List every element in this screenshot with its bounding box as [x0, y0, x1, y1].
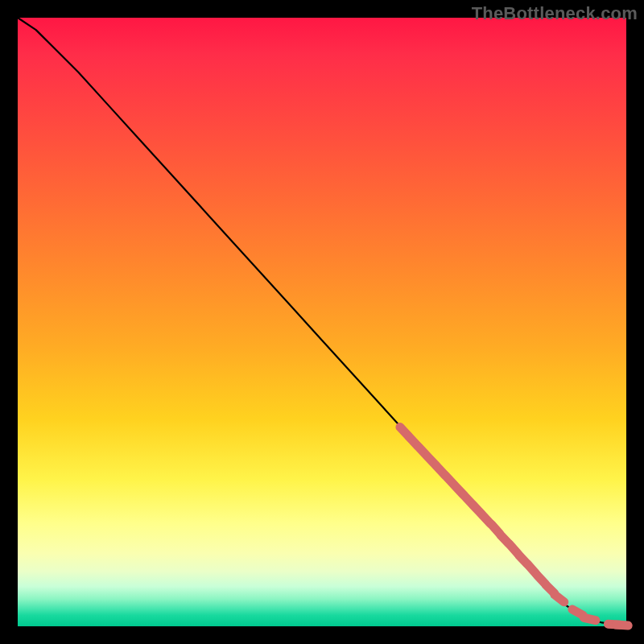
- marker-dot: [616, 625, 628, 625]
- marker-dot: [584, 617, 596, 620]
- marker-dot: [555, 595, 564, 602]
- highlight-markers: [400, 427, 628, 625]
- plot-area: [18, 18, 626, 626]
- curve-layer: [18, 18, 626, 626]
- bottleneck-curve: [18, 18, 626, 625]
- chart-stage: TheBottleneck.com: [0, 0, 644, 644]
